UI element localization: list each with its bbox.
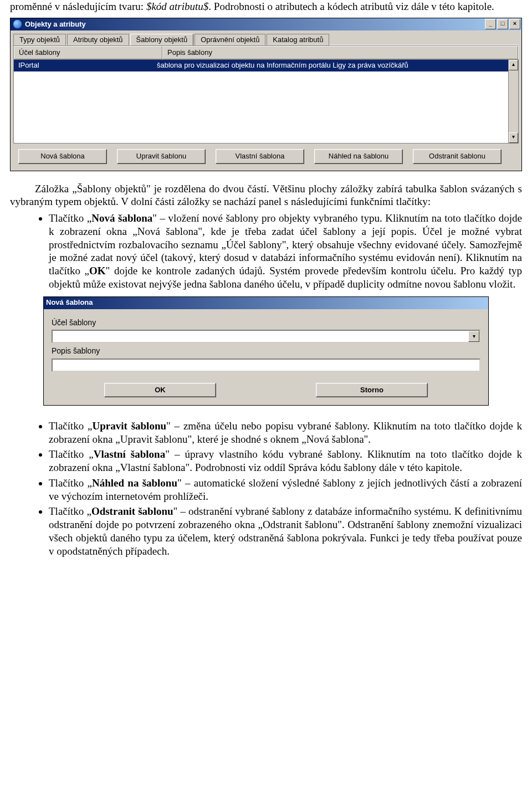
odstranit-sablonu-button[interactable]: Odstranit šablonu	[413, 149, 502, 163]
tab-panel: Účel šablony Popis šablony IPortal šablo…	[13, 45, 519, 144]
dialog-nova-sablona: Nová šablona Účel šablony ▾ Popis šablon…	[43, 296, 489, 406]
text: Tlačítko „	[49, 505, 91, 517]
list-item: Tlačítko „Upravit šablonu" – změna účelu…	[49, 419, 522, 446]
storno-button[interactable]: Storno	[316, 383, 428, 397]
vertical-scrollbar[interactable]: ▴ ▾	[508, 60, 518, 143]
window-objects-attributes: Objekty a atributy _ □ × Typy objektů At…	[10, 18, 522, 171]
col-popis[interactable]: Popis šablony	[162, 46, 518, 59]
list-item: Tlačítko „Náhled na šablonu" – automatic…	[49, 477, 522, 503]
button-toolbar: Nová šablona Upravit šablonu Vlastní šab…	[11, 144, 521, 170]
text: Tlačítko „	[49, 420, 93, 432]
bold-text: Odstranit šablonu	[91, 505, 173, 517]
intro-paragraph: proměnné v následujícím tvaru: $kód atri…	[10, 0, 522, 13]
chevron-down-icon[interactable]: ▾	[468, 331, 479, 342]
app-icon	[13, 19, 22, 29]
list-body[interactable]: IPortal šablona pro vizualizaci objektu …	[13, 59, 519, 144]
nova-sablona-button[interactable]: Nová šablona	[18, 149, 107, 163]
tab-sablony-objektu[interactable]: Šablony objektů	[130, 34, 194, 45]
text: " dojde ke kontrole zadaných údajů. Syst…	[49, 265, 522, 290]
list-item: Tlačítko „Nová šablona" – vložení nové š…	[49, 212, 522, 291]
text: Tlačítko „	[49, 477, 92, 489]
combo-ucel-sablony[interactable]: ▾	[52, 330, 480, 343]
text: Tlačítko „	[49, 448, 94, 460]
upravit-sablonu-button[interactable]: Upravit šablonu	[117, 149, 206, 163]
bold-text: Nová šablona	[91, 212, 152, 224]
list-item: Tlačítko „Vlastní šablona" – úpravy vlas…	[49, 448, 522, 474]
bold-text: Upravit šablonu	[93, 420, 167, 432]
intro-code: $kód atributu$	[146, 1, 208, 12]
combo-input[interactable]	[53, 331, 468, 342]
dialog-titlebar[interactable]: Nová šablona	[44, 297, 488, 309]
list-header: Účel šablony Popis šablony	[13, 45, 519, 59]
label-ucel-sablony: Účel šablony	[52, 318, 480, 328]
window-title: Objekty a atributy	[25, 20, 86, 29]
bold-text: Vlastní šablona	[94, 448, 165, 460]
label-popis-sablony: Popis šablony	[52, 346, 480, 356]
maximize-button[interactable]: □	[497, 19, 508, 29]
list-item: Tlačítko „Odstranit šablonu" – odstraněn…	[49, 505, 522, 557]
cell-popis: šablona pro vizualizaci objektu na Infor…	[157, 61, 508, 70]
bold-text: OK	[89, 265, 106, 277]
scroll-up-button[interactable]: ▴	[509, 60, 518, 70]
tab-strip: Typy objektů Atributy objektů Šablony ob…	[11, 30, 521, 45]
tab-katalog-atributu[interactable]: Katalog atributů	[267, 34, 329, 45]
intro-text2: . Podrobnosti o atributech a kódech atri…	[208, 1, 494, 12]
close-button[interactable]: ×	[509, 19, 520, 29]
ok-button[interactable]: OK	[104, 383, 216, 397]
bullet-list-1: Tlačítko „Nová šablona" – vložení nové š…	[10, 212, 522, 291]
bullet-list-2: Tlačítko „Upravit šablonu" – změna účelu…	[10, 419, 522, 558]
tab-typy-objektu[interactable]: Typy objektů	[13, 34, 66, 45]
cell-ucel: IPortal	[14, 61, 157, 70]
tab-atributy-objektu[interactable]: Atributy objektů	[67, 34, 129, 45]
input-popis-sablony[interactable]	[52, 359, 480, 372]
scroll-down-button[interactable]: ▾	[509, 132, 518, 143]
text: Tlačítko „	[49, 212, 91, 224]
paragraph-sablony-info: Záložka „Šablony objektů" je rozdělena d…	[10, 182, 522, 209]
tab-opravneni-objektu[interactable]: Oprávnění objektů	[195, 34, 265, 45]
titlebar[interactable]: Objekty a atributy _ □ ×	[11, 18, 521, 30]
minimize-button[interactable]: _	[485, 19, 496, 29]
col-ucel[interactable]: Účel šablony	[14, 46, 162, 59]
dialog-title: Nová šablona	[46, 298, 93, 307]
vlastni-sablona-button[interactable]: Vlastní šablona	[216, 149, 304, 163]
intro-text: proměnné v následujícím tvaru:	[10, 1, 146, 12]
bold-text: Náhled na šablonu	[92, 477, 177, 489]
table-row[interactable]: IPortal šablona pro vizualizaci objektu …	[14, 60, 508, 71]
nahled-na-sablonu-button[interactable]: Náhled na šablonu	[314, 149, 403, 163]
